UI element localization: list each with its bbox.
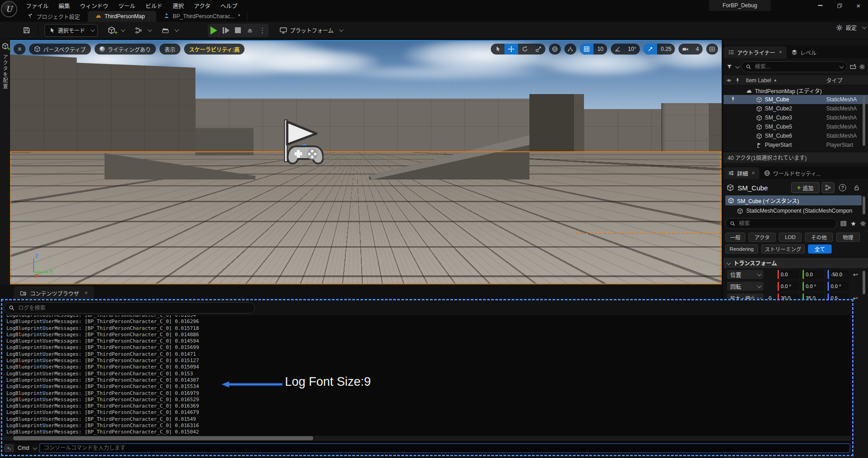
component-row-instance[interactable]: SM_Cube (インスタンス): [725, 195, 862, 205]
outliner-scrollbar[interactable]: [863, 96, 865, 146]
app-tab-0[interactable]: プロジェクト設定: [20, 11, 88, 22]
filter-chip-その他[interactable]: その他: [805, 233, 833, 242]
outliner-row-PlayerStart[interactable]: PlayerStartPlayerStart: [723, 140, 868, 149]
outliner-row-SM_Cube[interactable]: SM_CubeStaticMeshA: [723, 95, 868, 104]
outliner-row-SM_Cube3[interactable]: SM_Cube3StaticMeshA: [723, 113, 868, 122]
rotation-x-field[interactable]: 0.0 °: [778, 282, 799, 291]
lock-button[interactable]: [851, 182, 863, 193]
rotation-snap-value[interactable]: 10°: [624, 44, 640, 55]
filter-chip-アクタ[interactable]: アクタ: [748, 233, 776, 242]
visibility-eye-icon[interactable]: [726, 78, 732, 83]
save-button[interactable]: [19, 24, 34, 37]
app-tab-2[interactable]: BP_ThirdPersonCharac...*: [156, 11, 248, 22]
filter-chip-LOD[interactable]: LOD: [779, 233, 802, 242]
gear-icon[interactable]: [860, 220, 866, 227]
select-tool-button[interactable]: [491, 44, 504, 55]
add-component-button[interactable]: + 追加: [791, 182, 819, 193]
log-hscroll-thumb[interactable]: [13, 436, 313, 440]
new-folder-icon[interactable]: [850, 64, 856, 70]
filter-chip-全て[interactable]: 全て: [808, 244, 832, 254]
rotation-z-field[interactable]: 0.0 °: [828, 282, 849, 291]
menu-item-6[interactable]: アクタ: [189, 0, 215, 11]
favorites-star-icon[interactable]: ★: [850, 220, 856, 227]
log-lines[interactable]: LogBlueprintUserMessages: [BP_ThirdPerso…: [6, 312, 848, 440]
tab-levels[interactable]: レベル: [787, 46, 821, 58]
filter-chip-一般[interactable]: 一般: [725, 233, 745, 242]
menu-item-5[interactable]: 選択: [168, 0, 189, 11]
details-search-input[interactable]: [738, 220, 832, 227]
rotation-dropdown[interactable]: 回転: [727, 282, 763, 291]
perspective-dropdown[interactable]: パースペクティブ: [29, 44, 91, 55]
frame-skip-button[interactable]: [223, 27, 229, 34]
world-local-toggle[interactable]: [549, 44, 561, 55]
scale-tool-button[interactable]: [532, 44, 545, 55]
location-dropdown[interactable]: 位置: [727, 270, 763, 279]
column-type[interactable]: タイプ: [826, 76, 843, 84]
viewport-options-button[interactable]: ≡: [14, 44, 25, 55]
scalability-warning-button[interactable]: スケーラビリティ:高: [184, 44, 244, 55]
camera-speed-value[interactable]: 4: [692, 44, 703, 55]
outliner-row-SM_Cube6[interactable]: SM_Cube6StaticMeshA: [723, 131, 868, 140]
menu-item-4[interactable]: ビルド: [140, 0, 168, 11]
maximize-button[interactable]: [830, 0, 849, 11]
place-actors-label[interactable]: アクタを配置: [1, 54, 9, 90]
rotation-y-field[interactable]: 0.0 °: [803, 282, 824, 291]
content-browser-tab[interactable]: コンテンツブラウザ ×: [14, 286, 94, 300]
details-scrollbar[interactable]: [863, 196, 865, 214]
menu-item-1[interactable]: 編集: [54, 0, 75, 11]
outliner-search-input[interactable]: [754, 63, 834, 70]
level-viewport[interactable]: Z Y X ≡ パースペクティブ ライティングあり 表示 スケーラビリティ:高: [10, 40, 722, 284]
details-search[interactable]: [725, 218, 837, 229]
app-tab-1[interactable]: ThirdPersonMap: [88, 11, 156, 22]
unreal-engine-logo-icon[interactable]: U: [1, 1, 17, 17]
play-button[interactable]: [210, 26, 217, 35]
view-mode-dropdown[interactable]: ライティングあり: [95, 44, 156, 55]
reset-location-button[interactable]: ↩: [853, 271, 858, 278]
outliner-row-SM_Cube5[interactable]: SM_Cube5StaticMeshA: [723, 122, 868, 131]
gear-icon[interactable]: [859, 64, 865, 70]
surface-snapping-button[interactable]: [564, 44, 576, 55]
tab-world-settings[interactable]: ワールドセッティ...: [759, 167, 825, 179]
menu-item-0[interactable]: ファイル: [21, 0, 54, 11]
platforms-dropdown[interactable]: プラットフォーム: [276, 24, 346, 37]
scale-snap-value[interactable]: 0.25: [657, 44, 675, 55]
show-dropdown[interactable]: 表示: [160, 44, 180, 55]
close-icon[interactable]: ×: [752, 170, 755, 176]
cinematics-dropdown[interactable]: [158, 24, 181, 37]
close-button[interactable]: ×: [849, 0, 868, 11]
location-y-field[interactable]: 0.0: [803, 270, 824, 279]
select-mode-dropdown[interactable]: 選択モード: [45, 24, 98, 37]
menu-item-2[interactable]: ウィンドウ: [75, 0, 114, 11]
location-z-field[interactable]: -50.0: [828, 270, 849, 279]
pin-icon[interactable]: [735, 78, 740, 83]
transform-section-header[interactable]: トランスフォーム: [723, 257, 868, 268]
rotate-tool-button[interactable]: [518, 44, 532, 55]
location-x-field[interactable]: 0.0: [778, 270, 799, 279]
eject-button[interactable]: [246, 27, 254, 34]
rotation-snap-toggle[interactable]: [611, 44, 624, 55]
toolbar-settings-dropdown[interactable]: 設定: [836, 24, 865, 31]
add-actor-dropdown[interactable]: +: [104, 24, 128, 37]
move-tool-button[interactable]: [504, 44, 518, 55]
log-search-input[interactable]: [17, 304, 250, 312]
menu-item-7[interactable]: ヘルプ: [215, 0, 243, 11]
tab-details[interactable]: 詳細 ×: [723, 167, 759, 179]
filter-chip-Rendering[interactable]: Rendering: [725, 244, 758, 254]
cmd-label[interactable]: Cmd: [18, 445, 29, 451]
menu-item-3[interactable]: ツール: [114, 0, 141, 11]
player-start-sprite[interactable]: [264, 117, 324, 166]
quad-view-button[interactable]: [706, 44, 718, 55]
camera-speed-button[interactable]: [678, 44, 692, 55]
tab-outliner[interactable]: アウトライナー ×: [723, 46, 787, 58]
grid-snap-toggle[interactable]: [580, 44, 594, 55]
close-icon[interactable]: ×: [779, 49, 782, 55]
help-button[interactable]: ?: [837, 182, 848, 193]
stop-button[interactable]: [235, 27, 241, 33]
play-options-button[interactable]: ⋮: [259, 26, 266, 35]
reset-scale-button[interactable]: ↩: [853, 295, 858, 302]
display-options-icon[interactable]: [840, 220, 847, 227]
edit-blueprint-button[interactable]: [822, 182, 834, 193]
log-search[interactable]: [4, 302, 255, 314]
close-icon[interactable]: ×: [85, 290, 88, 296]
column-item-label[interactable]: Item Label: [746, 77, 771, 84]
